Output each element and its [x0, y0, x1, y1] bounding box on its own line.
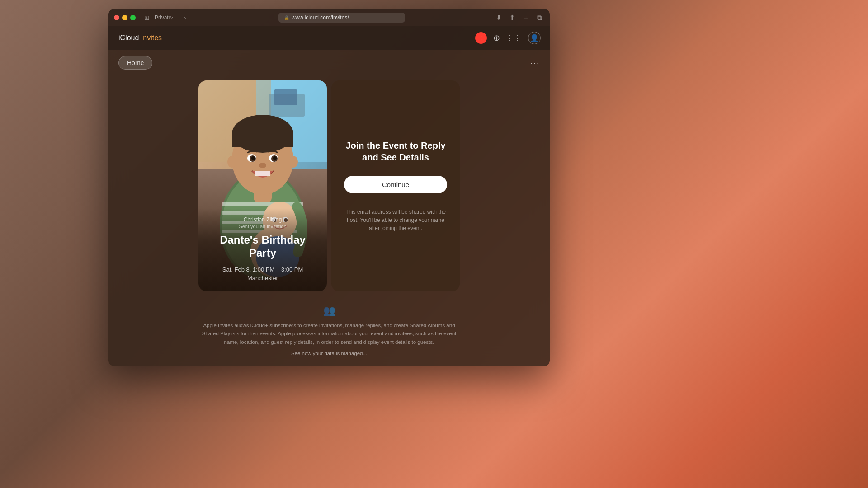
footer-description: Apple Invites allows iCloud+ subscribers…	[196, 321, 462, 346]
event-title: Dante's Birthday Party	[207, 234, 319, 260]
event-location: Manchester	[207, 275, 319, 282]
event-card-overlay: Christian Zibreg Sent you an invitation …	[198, 208, 327, 291]
join-info-text: This email address will be shared with t…	[344, 208, 447, 232]
nav-row: Home ···	[108, 50, 550, 76]
close-button[interactable]	[114, 15, 119, 20]
continue-button[interactable]: Continue	[344, 176, 447, 193]
traffic-lights	[114, 15, 136, 20]
event-datetime: Sat, Feb 8, 1:00 PM – 3:00 PM	[207, 266, 319, 273]
title-bar: ⊞ Private ‹ › 🔒 www.icloud.com/invites/ …	[108, 9, 550, 26]
user-avatar[interactable]: 👤	[528, 32, 541, 44]
footer: 👥 Apple Invites allows iCloud+ subscribe…	[108, 300, 550, 366]
svg-point-23	[259, 163, 266, 168]
back-button[interactable]: ‹	[167, 14, 177, 21]
tabs-icon[interactable]: ⧉	[534, 14, 544, 22]
address-bar[interactable]: 🔒 www.icloud.com/invites/	[207, 13, 476, 23]
svg-rect-13	[232, 134, 293, 147]
url-text: www.icloud.com/invites/	[292, 14, 349, 21]
lock-icon: 🔒	[284, 15, 289, 20]
data-management-link[interactable]: See how your data is managed...	[291, 351, 367, 356]
people-icon: 👥	[136, 305, 523, 317]
app-header: iCloud Invites ! ⊕ ⋮⋮ 👤	[108, 26, 550, 50]
event-card: Christian Zibreg Sent you an invitation …	[198, 80, 327, 291]
new-tab-icon[interactable]: ＋	[521, 14, 531, 22]
svg-rect-6	[222, 202, 303, 206]
sidebar-toggle-icon[interactable]: ⊞	[142, 14, 152, 21]
header-actions: ! ⊕ ⋮⋮ 👤	[475, 32, 541, 44]
join-title: Join the Event to Reply and See Details	[344, 140, 447, 163]
title-bar-actions: ⬇ ⬆ ＋ ⧉	[494, 14, 544, 22]
nav-controls: ⊞ Private ‹ ›	[142, 14, 190, 21]
download-icon[interactable]: ⬇	[494, 14, 504, 22]
private-label: Private	[155, 14, 165, 21]
join-card: Join the Event to Reply and See Details …	[331, 80, 460, 291]
share-icon[interactable]: ⬆	[507, 14, 517, 22]
maximize-button[interactable]	[130, 15, 136, 20]
forward-button[interactable]: ›	[180, 14, 190, 21]
svg-point-20	[251, 156, 255, 160]
svg-rect-22	[255, 171, 270, 176]
brand-invites-label: Invites	[141, 34, 162, 42]
brand-icloud-label: iCloud	[118, 34, 139, 42]
svg-point-14	[227, 156, 236, 168]
minimize-button[interactable]	[122, 15, 127, 20]
url-input[interactable]: 🔒 www.icloud.com/invites/	[278, 13, 405, 23]
sender-name: Christian Zibreg	[207, 216, 319, 223]
main-content: Home ···	[108, 50, 550, 366]
home-button[interactable]: Home	[118, 56, 152, 70]
svg-point-21	[273, 156, 277, 160]
sent-text: Sent you an invitation	[207, 224, 319, 229]
browser-window: ⊞ Private ‹ › 🔒 www.icloud.com/invites/ …	[108, 9, 550, 366]
svg-point-15	[289, 156, 298, 168]
alert-icon[interactable]: !	[475, 32, 487, 44]
more-options-button[interactable]: ···	[530, 58, 540, 68]
apps-grid-icon[interactable]: ⋮⋮	[506, 34, 522, 42]
cards-container: Christian Zibreg Sent you an invitation …	[108, 76, 550, 300]
user-avatar-icon: 👤	[530, 34, 539, 42]
add-icon[interactable]: ⊕	[493, 33, 500, 43]
svg-rect-3	[274, 89, 297, 105]
